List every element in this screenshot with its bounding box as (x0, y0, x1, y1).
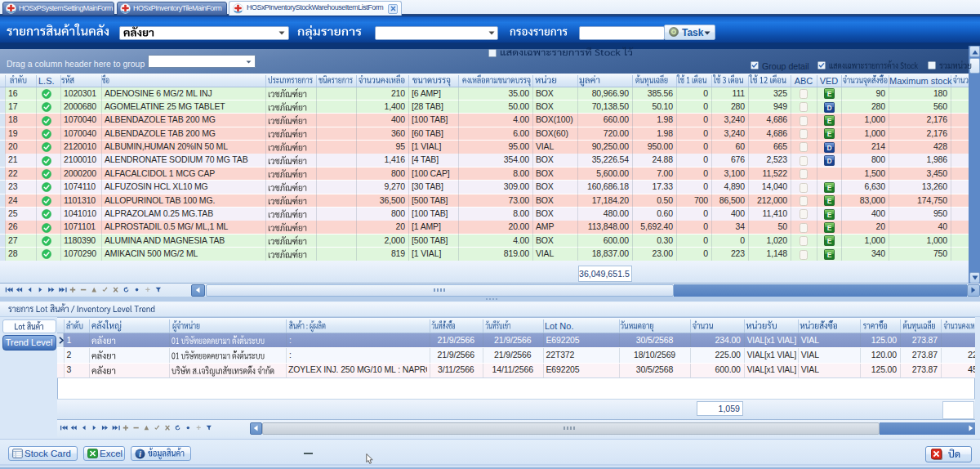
svg-text:E: E (826, 224, 831, 232)
svg-text:i: i (139, 450, 141, 458)
svg-text:E: E (826, 90, 831, 98)
svg-text:E: E (826, 130, 831, 138)
svg-text:D: D (826, 157, 831, 165)
svg-text:E: E (826, 117, 831, 125)
svg-text:E: E (826, 237, 831, 245)
svg-text:D: D (826, 104, 831, 112)
svg-text:E: E (826, 197, 831, 205)
svg-text:E: E (826, 184, 831, 192)
svg-text:D: D (826, 144, 831, 152)
svg-text:E: E (826, 251, 831, 259)
svg-text:E: E (826, 211, 831, 219)
